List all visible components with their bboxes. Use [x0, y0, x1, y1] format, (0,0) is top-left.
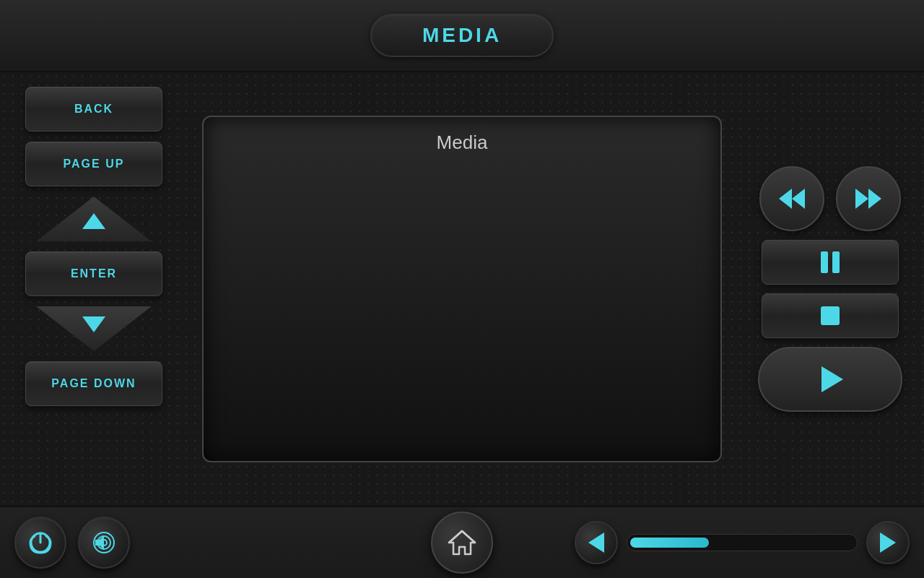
stop-button[interactable]: [762, 293, 899, 338]
nav-right-button[interactable]: [866, 521, 910, 564]
svg-line-15: [449, 531, 462, 543]
stop-icon: [819, 305, 841, 327]
nav-right-icon: [880, 532, 896, 553]
power-icon: [28, 530, 53, 555]
svg-line-16: [462, 531, 475, 543]
back-button[interactable]: BACK: [25, 87, 162, 131]
progress-bar-container[interactable]: [627, 534, 858, 551]
bottom-bar: [0, 506, 924, 578]
arrow-down-icon: [82, 316, 105, 332]
svg-marker-0: [792, 189, 805, 209]
nav-left-button[interactable]: [575, 521, 618, 564]
pause-icon: [818, 250, 842, 275]
top-bar: MEDIA: [0, 0, 924, 72]
home-icon: [446, 527, 478, 558]
svg-marker-3: [868, 189, 881, 209]
media-display: Media: [188, 72, 736, 506]
svg-marker-17: [588, 532, 604, 553]
nav-left-icon: [588, 532, 604, 553]
bottom-left-controls: [14, 517, 130, 569]
skip-next-icon: [855, 189, 881, 209]
arrow-up-icon: [82, 213, 105, 229]
volume-button[interactable]: [78, 517, 130, 569]
main-area: BACK PAGE UP ENTER PAGE DOWN Media: [0, 72, 924, 506]
enter-button[interactable]: ENTER: [25, 251, 162, 296]
power-button[interactable]: [14, 517, 66, 569]
svg-marker-7: [821, 366, 843, 392]
bottom-right-controls: [575, 521, 910, 564]
skip-prev-icon: [779, 189, 805, 209]
svg-marker-18: [880, 532, 896, 553]
media-screen: Media: [202, 116, 722, 462]
play-button[interactable]: [758, 347, 902, 412]
svg-marker-2: [855, 189, 868, 209]
arrow-up-button[interactable]: [25, 197, 162, 241]
home-button[interactable]: [431, 512, 493, 574]
volume-icon: [91, 530, 117, 556]
page-up-button[interactable]: PAGE UP: [25, 142, 162, 186]
right-panel: [736, 72, 924, 506]
pause-button[interactable]: [762, 240, 899, 285]
svg-marker-1: [779, 189, 792, 209]
next-button[interactable]: [836, 166, 901, 231]
prev-button[interactable]: [759, 166, 824, 231]
svg-rect-4: [821, 251, 828, 273]
svg-marker-14: [449, 531, 475, 554]
arrow-down-button[interactable]: [25, 306, 162, 351]
left-panel: BACK PAGE UP ENTER PAGE DOWN: [0, 72, 188, 506]
progress-bar-fill: [630, 538, 709, 548]
page-title: MEDIA: [370, 14, 554, 57]
svg-rect-5: [832, 251, 840, 273]
prev-next-row: [759, 166, 901, 231]
play-icon: [817, 366, 843, 392]
media-screen-title: Media: [437, 131, 488, 154]
svg-rect-6: [821, 306, 840, 325]
page-down-button[interactable]: PAGE DOWN: [25, 361, 162, 406]
